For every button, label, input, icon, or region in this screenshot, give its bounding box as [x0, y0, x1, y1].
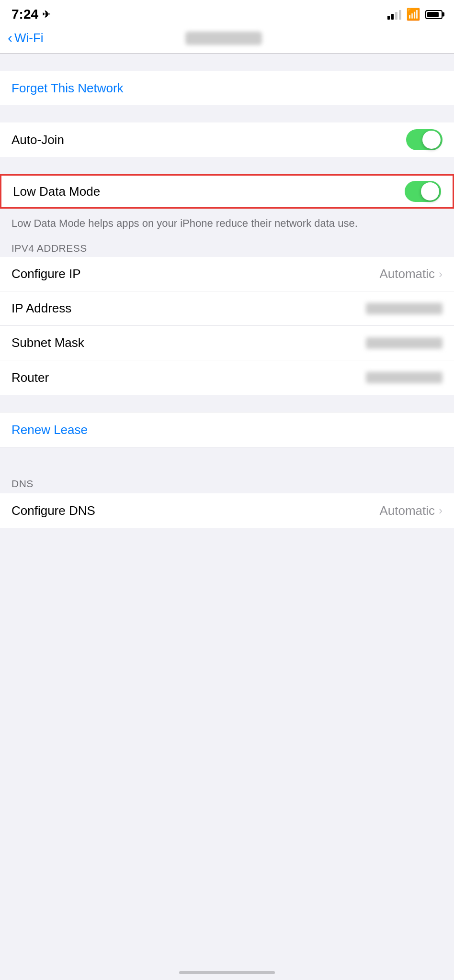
subnet-mask-value — [366, 337, 443, 349]
spacer-1 — [0, 54, 454, 71]
configure-dns-value: Automatic › — [379, 503, 443, 518]
spacer-2 — [0, 105, 454, 122]
ip-address-item: IP Address — [0, 291, 454, 326]
chevron-right-dns-icon: › — [439, 504, 443, 517]
signal-strength-icon — [387, 9, 401, 20]
auto-join-label: Auto-Join — [11, 133, 64, 147]
low-data-mode-description: Low Data Mode helps apps on your iPhone … — [0, 209, 454, 238]
renew-lease-label: Renew Lease — [11, 423, 88, 437]
router-label: Router — [11, 370, 49, 385]
auto-join-section: Auto-Join — [0, 122, 454, 157]
subnet-mask-blurred — [366, 337, 443, 349]
ipv4-section-header: IPV4 ADDRESS — [0, 238, 454, 257]
configure-ip-item[interactable]: Configure IP Automatic › — [0, 257, 454, 291]
dns-section-header: DNS — [0, 465, 454, 493]
forget-network-label: Forget This Network — [11, 81, 124, 96]
navigation-bar: ‹ Wi-Fi — [0, 26, 454, 54]
spacer-5 — [0, 447, 454, 465]
status-bar: 7:24 ✈ 📶 — [0, 0, 454, 26]
toggle-thumb-ldm — [421, 182, 439, 200]
home-indicator — [179, 971, 275, 974]
chevron-right-icon: › — [439, 267, 443, 281]
back-label: Wi-Fi — [14, 31, 44, 45]
renew-lease-section: Renew Lease — [0, 412, 454, 447]
low-data-mode-row: Low Data Mode — [0, 174, 454, 209]
wifi-icon: 📶 — [406, 8, 420, 21]
router-item: Router — [0, 360, 454, 395]
router-blurred — [366, 372, 443, 383]
forget-network-item[interactable]: Forget This Network — [0, 71, 454, 105]
back-button[interactable]: ‹ Wi-Fi — [8, 31, 44, 45]
configure-ip-label: Configure IP — [11, 267, 81, 281]
ip-address-value — [366, 303, 443, 314]
battery-icon — [425, 10, 443, 19]
configure-dns-label: Configure DNS — [11, 503, 95, 518]
renew-lease-item[interactable]: Renew Lease — [0, 412, 454, 447]
low-data-mode-label: Low Data Mode — [13, 184, 100, 199]
configure-ip-value: Automatic › — [379, 267, 443, 281]
subnet-mask-item: Subnet Mask — [0, 326, 454, 360]
dns-section: Configure DNS Automatic › — [0, 493, 454, 528]
auto-join-toggle[interactable] — [406, 129, 443, 150]
status-time: 7:24 ✈ — [11, 7, 50, 22]
configure-dns-item[interactable]: Configure DNS Automatic › — [0, 493, 454, 528]
auto-join-item: Auto-Join — [0, 122, 454, 157]
ip-address-blurred — [366, 303, 443, 314]
status-icons: 📶 — [387, 8, 443, 21]
page-title-blurred — [185, 32, 262, 45]
forget-network-section: Forget This Network — [0, 71, 454, 105]
location-icon: ✈ — [42, 9, 50, 20]
low-data-mode-toggle[interactable] — [405, 181, 441, 202]
bottom-spacer — [0, 528, 454, 624]
subnet-mask-label: Subnet Mask — [11, 335, 84, 350]
toggle-thumb — [422, 131, 441, 149]
ip-address-label: IP Address — [11, 301, 71, 316]
ipv4-section: Configure IP Automatic › IP Address Subn… — [0, 257, 454, 395]
spacer-3 — [0, 157, 454, 174]
router-value — [366, 372, 443, 383]
chevron-left-icon: ‹ — [8, 31, 12, 45]
time-display: 7:24 — [11, 7, 38, 22]
spacer-4 — [0, 395, 454, 412]
